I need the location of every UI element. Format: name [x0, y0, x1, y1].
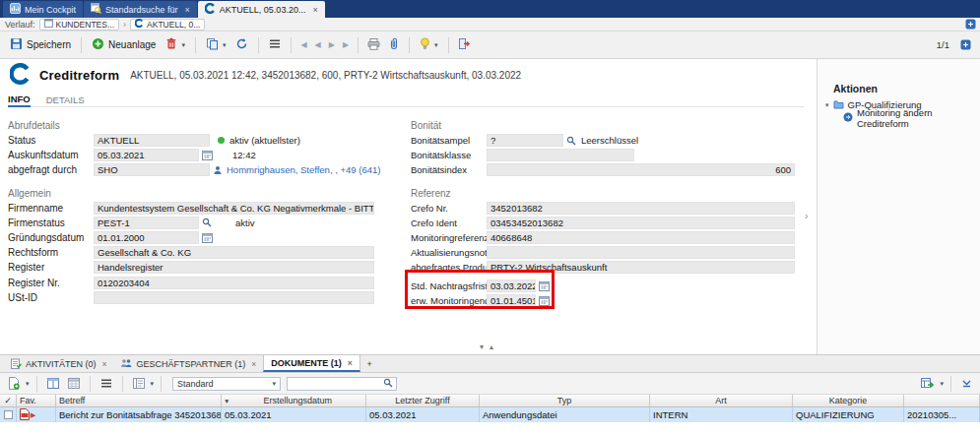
abgefragt-durch-field[interactable]: SHO — [94, 163, 210, 176]
window-tab-bar: Mein Cockpit Standardsuche für × AKTUELL… — [0, 0, 980, 18]
column-header-letzter-zugriff[interactable]: Letzter Zugriff — [366, 395, 480, 406]
tab-aktivitaeten[interactable]: AKTIVITÄTEN (0) × — [4, 356, 113, 372]
exit-button[interactable] — [455, 35, 474, 54]
lookup-icon[interactable] — [202, 218, 212, 227]
tab-mein-cockpit[interactable]: Mein Cockpit — [3, 1, 83, 18]
print-button[interactable] — [364, 36, 383, 54]
caret-down-icon[interactable]: ▾ — [940, 380, 944, 387]
hints-button[interactable]: ▾ — [416, 35, 442, 54]
tab-label: Standardsuche für — [105, 5, 178, 15]
tab-details[interactable]: DETAILS — [46, 92, 85, 107]
caret-down-icon: ▾ — [273, 380, 277, 387]
calendar-icon[interactable] — [202, 232, 213, 243]
bonitaetsampel-label: Bonitätsampel — [411, 135, 487, 146]
copy-button[interactable]: ▾ — [202, 35, 230, 54]
column-header-erstellungsdatum[interactable]: ▼ Erstellungsdatum — [222, 395, 366, 406]
column-header-art[interactable]: Art — [650, 395, 793, 406]
expand-up-icon[interactable]: ▴ — [490, 342, 493, 351]
bonitaetsklasse-field[interactable] — [487, 149, 634, 161]
add-tab-button[interactable]: + — [360, 356, 379, 372]
window-view-button[interactable] — [44, 376, 62, 391]
row-checkbox[interactable] — [4, 410, 13, 419]
layout-options-button[interactable] — [130, 376, 148, 391]
column-header-extra[interactable] — [904, 395, 980, 406]
history-item-aktuell[interactable]: AKTUELL, 0... — [130, 19, 205, 31]
firmenname-field[interactable]: Kundentestsystem Gesellschaft & Co. KG N… — [94, 202, 374, 215]
column-header-betreff[interactable]: Betreff — [56, 395, 222, 406]
next-record-button[interactable]: ▶ — [326, 40, 338, 49]
export-button[interactable] — [918, 376, 937, 392]
contact-link[interactable]: Hommrighausen, Steffen, , +49 (641) 4000… — [227, 164, 382, 175]
delete-button[interactable]: ▾ — [162, 35, 189, 54]
history-item-kundentest[interactable]: KUNDENTES... — [39, 19, 120, 31]
gruendungsdatum-field[interactable]: 01.01.2000 — [94, 231, 199, 244]
view-filter-select[interactable]: Standard ▾ — [172, 377, 281, 391]
new-document-button[interactable] — [5, 375, 23, 392]
collapse-down-icon[interactable]: ▾ — [480, 342, 484, 351]
previous-record-button[interactable]: ◀ — [312, 40, 324, 49]
section-allgemein: Allgemein — [8, 186, 402, 201]
tree-expand-icon[interactable]: ▾ — [825, 101, 829, 109]
calendar-icon[interactable] — [539, 295, 550, 306]
actions-collapse-handle[interactable]: › — [805, 211, 808, 221]
status-field[interactable]: AKTUELL — [94, 134, 210, 147]
tab-info[interactable]: INFO — [8, 92, 31, 107]
exit-icon — [458, 37, 471, 52]
table-view-button[interactable] — [65, 376, 83, 391]
auskunftsdatum-field[interactable]: 05.03.2021 — [94, 149, 199, 161]
tab-dokumente[interactable]: DOKUMENTE (1) × — [263, 354, 359, 372]
close-icon[interactable]: × — [102, 359, 107, 369]
caret-down-icon: ▾ — [434, 41, 438, 48]
bonitaetsindex-field[interactable]: 600 — [487, 163, 795, 176]
column-header-select[interactable]: ✓ — [0, 395, 17, 406]
caret-down-icon[interactable]: ▾ — [151, 380, 155, 387]
refresh-button[interactable] — [231, 35, 252, 54]
list-menu-button[interactable] — [98, 376, 115, 391]
ustid-field[interactable] — [94, 291, 374, 304]
crefo-ident-field[interactable]: 03453452013682 — [487, 217, 795, 229]
aktualisierungsnotiz-field[interactable] — [487, 246, 795, 259]
crefo-nr-field[interactable]: 3452013682 — [487, 202, 795, 215]
close-icon[interactable]: × — [348, 358, 353, 368]
calendar-icon[interactable] — [539, 280, 550, 291]
history-item-label: KUNDENTES... — [56, 20, 115, 30]
form-row-rechtsform: Rechtsform Gesellschaft & Co. KG — [8, 245, 402, 260]
caret-down-icon[interactable]: ▾ — [26, 380, 30, 387]
monitoringreferenz-field[interactable]: 40668648 — [487, 231, 795, 244]
document-search-input[interactable] — [287, 377, 397, 391]
nachtragsfrist-field[interactable]: 03.03.2022 — [487, 280, 536, 292]
calendar-icon[interactable] — [202, 150, 213, 160]
menu-button[interactable] — [265, 36, 285, 53]
register-field[interactable]: Handelsregister — [94, 261, 374, 274]
column-header-kategorie[interactable]: Kategorie — [793, 395, 904, 406]
rechtsform-field[interactable]: Gesellschaft & Co. KG — [94, 246, 374, 259]
column-header-fav[interactable]: Fav. — [17, 395, 56, 406]
record-subtitle: AKTUELL, 05.03.2021 12:42, 3452013682, 6… — [130, 70, 521, 81]
register-nr-field[interactable]: 0120203404 — [94, 277, 374, 289]
bonitaetsampel-field[interactable]: ? — [487, 134, 563, 147]
firmenstatus-field[interactable]: PEST-1 — [94, 217, 199, 229]
close-icon[interactable]: × — [185, 5, 190, 15]
collapse-panel-button[interactable] — [958, 376, 975, 391]
actions-title: Aktionen — [833, 83, 980, 94]
attachment-button[interactable] — [385, 35, 403, 54]
panel-menu-icon[interactable] — [965, 19, 976, 31]
close-icon[interactable]: × — [312, 5, 317, 15]
tab-standardsuche[interactable]: Standardsuche für × — [84, 1, 197, 18]
window-layout-icon[interactable] — [957, 37, 974, 52]
save-button[interactable]: Speichern — [6, 35, 75, 54]
column-header-typ[interactable]: Typ — [480, 395, 650, 406]
creditreform-logo-icon — [135, 19, 144, 30]
table-row[interactable]: ▶ Bericht zur Bonitätsabfrage 3452013682… — [0, 407, 980, 422]
tab-geschaeftspartner[interactable]: GESCHÄFTSPARTNER (1) × — [113, 356, 263, 372]
abgefragtes-produkt-field[interactable]: PRTY-2 Wirtschaftsauskunft — [487, 261, 795, 274]
first-record-button[interactable]: ◀ — [297, 40, 309, 49]
lookup-icon[interactable] — [566, 136, 576, 146]
monitoringende-field[interactable]: 01.01.4501 — [487, 294, 536, 307]
tab-aktuell[interactable]: AKTUELL, 05.03.20... × — [198, 1, 325, 18]
close-icon[interactable]: × — [251, 359, 256, 369]
last-record-button[interactable]: ▶ — [340, 40, 352, 49]
new-record-button[interactable]: Neuanlage — [88, 35, 160, 54]
action-monitoring-aendern[interactable]: Monitoring ändern Creditreform — [817, 111, 980, 124]
tab-label: AKTIVITÄTEN (0) — [26, 359, 97, 369]
